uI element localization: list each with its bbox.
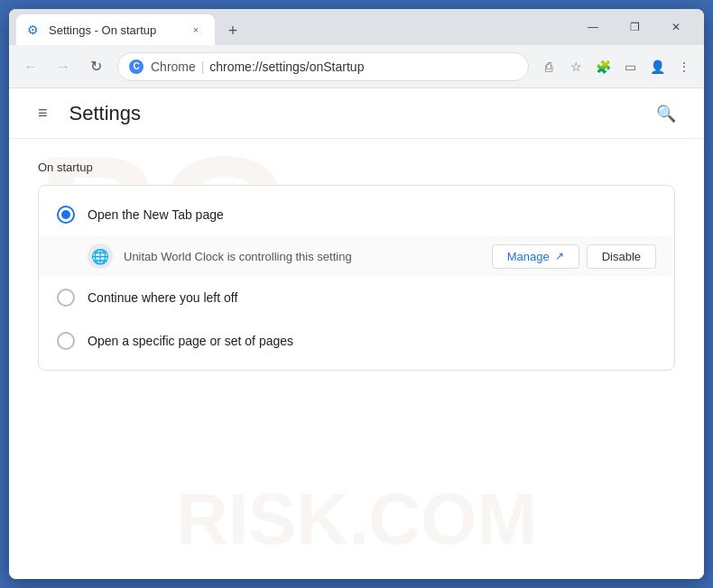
share-button[interactable]: ⎙ [536,54,561,79]
option-specific-row[interactable]: Open a specific page or set of pages [39,319,674,363]
reload-button[interactable]: ↻ [81,52,110,81]
extension-icon: 🌐 [88,243,113,269]
new-tab-button[interactable]: + [218,16,247,45]
options-card: Open the New Tab page 🌐 Unitab World Clo… [38,185,675,371]
title-bar: ⚙ Settings - On startup × + — ❐ ✕ [9,9,704,45]
radio-new-tab[interactable] [57,206,75,224]
option-continue-row[interactable]: Continue where you left off [39,276,674,319]
browser-window: ⚙ Settings - On startup × + — ❐ ✕ ← → ↻ … [9,9,704,579]
address-pipe: | [201,60,208,74]
tab-favicon: ⚙ [27,23,42,37]
option-continue-label: Continue where you left off [88,290,237,305]
back-button[interactable]: ← [16,52,45,81]
browser-name: Chrome [151,60,196,74]
radio-specific[interactable] [57,332,75,350]
section-label: On startup [38,161,675,174]
sidebar-menu-icon[interactable]: ≡ [31,96,55,130]
maximize-button[interactable]: ❐ [614,13,655,41]
extensions-button[interactable]: 🧩 [590,54,616,79]
tab-close-button[interactable]: × [188,22,204,38]
manage-link-icon: ↗ [555,250,564,262]
sidebar-button[interactable]: ▭ [617,54,643,79]
disable-button[interactable]: Disable [587,244,656,269]
option-specific-label: Open a specific page or set of pages [88,334,293,348]
settings-page: ≡ Settings 🔍 PC RISK.COM On startup Open… [9,88,704,579]
window-controls: — ❐ ✕ [572,9,697,45]
option-new-tab-row[interactable]: Open the New Tab page [39,193,674,236]
settings-title: Settings [69,102,635,125]
settings-header: ≡ Settings 🔍 [9,88,704,139]
menu-button[interactable]: ⋮ [671,54,697,79]
extension-label: Unitab World Clock is controlling this s… [124,250,481,263]
active-tab[interactable]: ⚙ Settings - On startup × [16,14,215,45]
address-bar[interactable]: C Chrome | chrome://settings/onStartup [117,52,529,81]
minimize-button[interactable]: — [572,13,614,41]
bookmark-button[interactable]: ☆ [563,54,588,79]
option-new-tab-label: Open the New Tab page [88,207,224,222]
forward-button[interactable]: → [49,52,78,81]
close-button[interactable]: ✕ [655,13,697,41]
profile-button[interactable]: 👤 [644,54,670,79]
radio-continue[interactable] [57,289,75,307]
extension-row: 🌐 Unitab World Clock is controlling this… [39,236,674,276]
address-url: chrome://settings/onStartup [209,60,364,74]
address-text: Chrome | chrome://settings/onStartup [151,60,517,74]
extension-actions: Manage ↗ Disable [492,244,656,269]
tab-title: Settings - On startup [49,23,181,37]
tabs-area: ⚙ Settings - On startup × + [16,9,247,45]
toolbar: ← → ↻ C Chrome | chrome://settings/onSta… [9,45,704,88]
radio-new-tab-inner [61,210,70,219]
settings-content: PC RISK.COM On startup Open the New Tab … [9,139,704,579]
watermark-risk: RISK.COM [176,478,537,561]
settings-search-button[interactable]: 🔍 [650,97,682,130]
manage-button-label: Manage [507,250,550,263]
address-favicon: C [129,60,144,74]
manage-button[interactable]: Manage ↗ [492,244,579,269]
toolbar-right: ⎙ ☆ 🧩 ▭ 👤 ⋮ [536,54,697,79]
